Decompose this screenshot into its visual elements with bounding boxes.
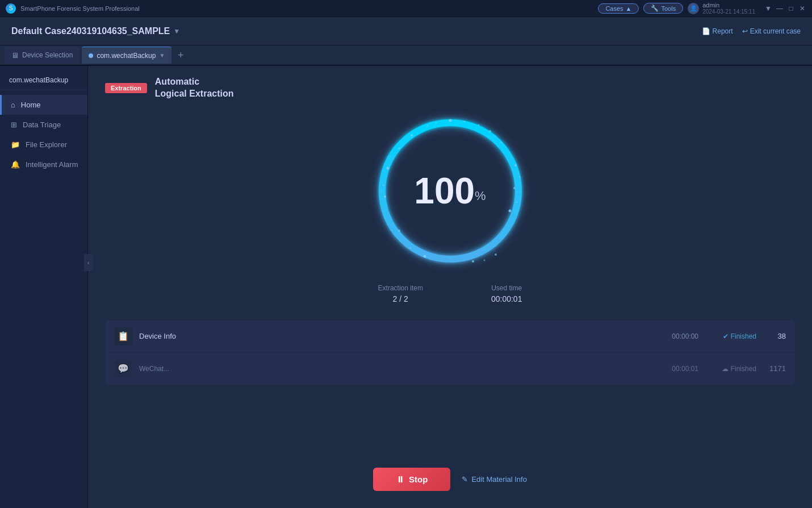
sidebar-collapse-button[interactable]: ‹ (84, 254, 93, 271)
task-icon-wechat: 💬 (114, 360, 132, 378)
percent-number: 100 (414, 170, 475, 211)
task-list: 📋 Device Info 00:00:00 ✔ Finished 38 💬 W… (105, 320, 795, 385)
sidebar-item-data-triage[interactable]: ⊞ Data Triage (0, 115, 87, 135)
task-status-wechat: ☁ Finished (705, 365, 756, 373)
header-actions: 📄 Report ↩ Exit current case (702, 27, 801, 35)
sidebar: com.wechatBackup ⌂ Home ⊞ Data Triage 📁 … (0, 66, 88, 508)
check-icon: ✔ (723, 332, 729, 340)
task-row: 📋 Device Info 00:00:00 ✔ Finished 38 (105, 320, 795, 353)
user-avatar: 👤 (688, 3, 699, 14)
stat-used-time: Used time 00:00:01 (491, 284, 522, 303)
device-selection-icon: 🖥 (11, 51, 19, 60)
used-time-value: 00:00:01 (491, 294, 522, 303)
task-count-device-info: 38 (763, 332, 786, 340)
file-explorer-label: File Explorer (26, 140, 67, 149)
user-name: admin (702, 2, 755, 9)
close-button[interactable]: ✕ (798, 5, 806, 13)
intelligent-alarm-icon: 🔔 (11, 160, 20, 169)
stop-label: Stop (409, 474, 428, 484)
edit-icon: ✎ (462, 475, 468, 484)
circle-wrapper: 100% (371, 111, 530, 270)
dropdown-arrow[interactable]: ▼ (764, 5, 772, 13)
edit-label: Edit Material Info (471, 475, 527, 484)
content-layout: com.wechatBackup ⌂ Home ⊞ Data Triage 📁 … (0, 66, 812, 508)
cases-button[interactable]: Cases ▲ (598, 3, 639, 14)
task-name-device-info: Device Info (139, 332, 646, 340)
tools-icon: 🔧 (651, 5, 659, 12)
exit-icon: ↩ (742, 27, 748, 35)
report-button[interactable]: 📄 Report (702, 27, 733, 35)
edit-material-button[interactable]: ✎ Edit Material Info (462, 475, 527, 484)
intelligent-alarm-label: Intelligent Alarm (26, 160, 78, 169)
title-bar: S SmartPhone Forensic System Professiona… (0, 0, 812, 17)
task-count-wechat: 1171 (763, 364, 786, 373)
app-logo: S (6, 3, 16, 14)
stop-pause-icon: ⏸ (396, 474, 404, 484)
sidebar-device-label: com.wechatBackup (0, 70, 87, 90)
title-bar-left: S SmartPhone Forensic System Professiona… (6, 3, 140, 14)
task-icon-device-info: 📋 (114, 327, 132, 345)
percent-symbol: % (475, 188, 486, 202)
task-time-wechat: 00:00:01 (653, 365, 698, 373)
user-details: admin 2024-03-21 14:15:11 (702, 2, 755, 15)
sidebar-item-intelligent-alarm[interactable]: 🔔 Intelligent Alarm (0, 155, 87, 174)
main-content: Extraction Automatic Logical Extraction (88, 66, 812, 508)
maximize-button[interactable]: □ (787, 5, 795, 13)
tools-button[interactable]: 🔧 Tools (643, 3, 683, 14)
cases-dropdown-icon: ▲ (626, 5, 632, 12)
task-name-wechat: WeChat... (139, 365, 646, 373)
exit-case-button[interactable]: ↩ Exit current case (742, 27, 801, 35)
home-icon: ⌂ (11, 101, 15, 109)
case-title: Default Case240319104635_SAMPLE ▼ (11, 26, 180, 36)
app-title: SmartPhone Forensic System Professional (20, 5, 140, 12)
tab-bar: 🖥 Device Selection com.wechatBackup ▼ + (0, 45, 812, 66)
home-label: Home (21, 101, 41, 109)
task-status-device-info: ✔ Finished (705, 332, 756, 340)
case-dropdown-arrow[interactable]: ▼ (173, 27, 180, 35)
data-triage-icon: ⊞ (11, 120, 17, 129)
tab-active-dot (89, 53, 93, 58)
circle-center-text: 100% (414, 173, 485, 209)
main-header: Default Case240319104635_SAMPLE ▼ 📄 Repo… (0, 17, 812, 45)
stats-row: Extraction item 2 / 2 Used time 00:00:01 (378, 284, 522, 303)
sidebar-item-file-explorer[interactable]: 📁 File Explorer (0, 135, 87, 155)
tab-device-selection[interactable]: 🖥 Device Selection (5, 47, 79, 64)
used-time-label: Used time (491, 284, 522, 292)
minimize-button[interactable]: — (776, 5, 784, 13)
stat-extraction-item: Extraction item 2 / 2 (378, 284, 423, 303)
tab-dropdown-arrow[interactable]: ▼ (159, 52, 165, 59)
tab-device-selection-label: Device Selection (22, 51, 73, 59)
tab-add-button[interactable]: + (174, 48, 187, 62)
tab-wechat-label: com.wechatBackup (97, 52, 156, 60)
bottom-bar: ⏸ Stop ✎ Edit Material Info (88, 468, 812, 491)
title-bar-right: Cases ▲ 🔧 Tools 👤 admin 2024-03-21 14:15… (598, 2, 806, 15)
user-info: 👤 admin 2024-03-21 14:15:11 (688, 2, 755, 15)
extraction-item-label: Extraction item (378, 284, 423, 292)
extraction-title: Automatic Logical Extraction (155, 76, 234, 100)
window-controls: ▼ — □ ✕ (764, 5, 806, 13)
extraction-header: Extraction Automatic Logical Extraction (88, 66, 812, 100)
tab-wechat-backup[interactable]: com.wechatBackup ▼ (82, 47, 171, 64)
task-time-device-info: 00:00:00 (653, 332, 698, 340)
file-explorer-icon: 📁 (11, 140, 20, 149)
data-triage-label: Data Triage (23, 120, 61, 129)
progress-container: 100% (371, 111, 530, 270)
cloud-icon: ☁ (722, 365, 729, 373)
sidebar-item-home[interactable]: ⌂ Home (0, 95, 87, 115)
task-row: 💬 WeChat... 00:00:01 ☁ Finished 1171 (105, 353, 795, 385)
report-icon: 📄 (702, 27, 710, 35)
status-label-device-info: Finished (731, 332, 756, 340)
status-label-wechat: Finished (731, 365, 756, 373)
extraction-item-value: 2 / 2 (378, 294, 423, 303)
extraction-badge: Extraction (105, 83, 147, 93)
user-datetime: 2024-03-21 14:15:11 (702, 9, 755, 15)
stop-button[interactable]: ⏸ Stop (373, 468, 450, 491)
